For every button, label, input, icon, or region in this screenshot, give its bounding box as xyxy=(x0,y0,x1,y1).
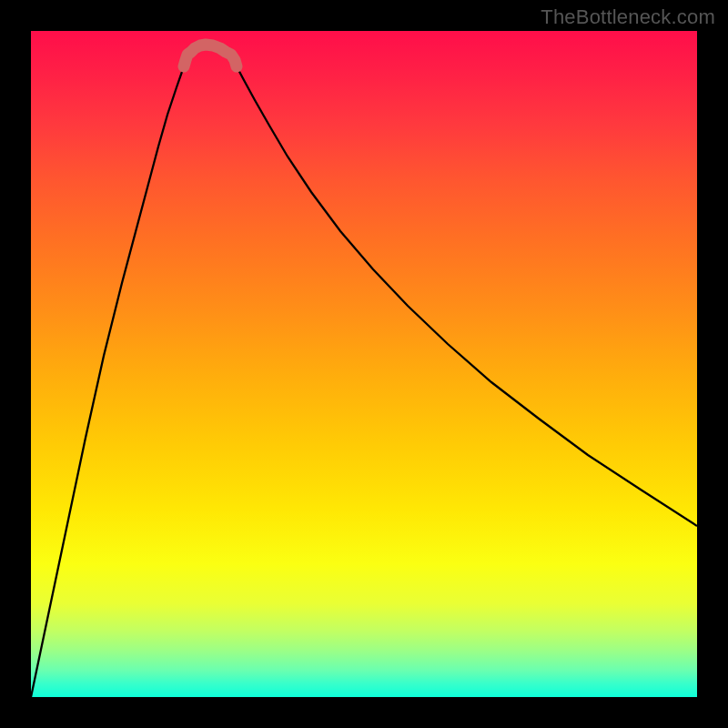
plot-area xyxy=(31,31,697,697)
valley-floor-curve xyxy=(184,45,237,66)
chart-container: TheBottleneck.com xyxy=(0,0,728,728)
left-branch-curve xyxy=(31,44,202,697)
chart-svg xyxy=(31,31,697,697)
watermark-text: TheBottleneck.com xyxy=(541,5,715,29)
right-branch-curve xyxy=(218,44,697,526)
